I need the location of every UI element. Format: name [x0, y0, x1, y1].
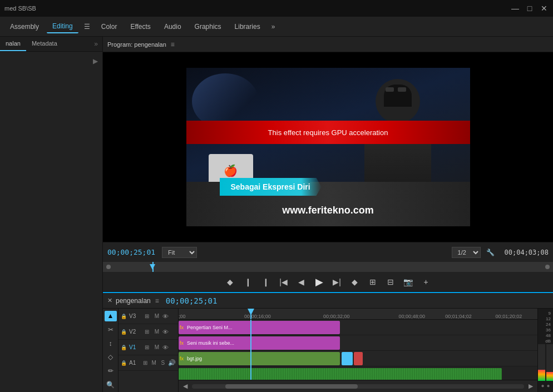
menu-item-editing[interactable]: Editing [47, 20, 78, 33]
track-mute-v2[interactable]: M [152, 329, 161, 335]
monitor-menu-icon[interactable]: ≡ [171, 41, 175, 48]
menu-more-button[interactable]: » [268, 21, 279, 33]
meter-label-9: 9 [538, 311, 553, 316]
timeline-zoom-out[interactable]: ◀ [183, 383, 187, 390]
meter-bar-left [538, 344, 545, 381]
step-forward-button[interactable]: ▶| [332, 277, 343, 286]
clip-v2-1[interactable]: fx Seni musik ini sebe... [179, 336, 340, 350]
track-label-a1: A1 [129, 360, 140, 366]
track-settings-v1[interactable]: ⊞ [142, 344, 151, 350]
meter-bars [538, 344, 553, 381]
slip-tool[interactable]: ◇ [105, 352, 117, 363]
timeline-section: ✕ pengenalan ≡ 00;00;25;01 ▲ ✂ ↕ ◇ ✏ 🔍 [103, 292, 553, 392]
meter-label-12: 12 [538, 316, 553, 321]
menu-item-libraries[interactable]: Libraries [229, 21, 266, 33]
zoom-tool[interactable]: 🔍 [105, 379, 117, 390]
timeline-tracks: fx Pengertian Seni M... fx Seni musik in… [179, 320, 537, 380]
fit-select[interactable]: Fit 25% 50% 100% [162, 247, 197, 258]
timeline-header: ✕ pengenalan ≡ 00;00;25;01 [103, 293, 553, 309]
track-solo-a1[interactable]: S [159, 360, 167, 366]
left-panel-more-icon[interactable]: » [90, 37, 102, 51]
track-lock-v1[interactable]: 🔒 [121, 345, 127, 350]
mark-out-button[interactable]: ◆ [349, 277, 361, 286]
track-mute-v3[interactable]: M [152, 313, 161, 319]
loop-button[interactable]: ⊞ [367, 277, 378, 286]
track-mute-a1[interactable]: M [150, 360, 158, 366]
clip-label-v2-1: Seni musik ini sebe... [185, 340, 236, 346]
timeline-sequence-name: pengenalan [116, 297, 151, 305]
marker-button-1[interactable]: ❙ [243, 277, 254, 286]
ripple-tool[interactable]: ↕ [105, 338, 117, 349]
close-button[interactable]: ✕ [540, 4, 549, 13]
clip-v1-2[interactable] [342, 352, 352, 365]
meter-label-db: dB [538, 339, 553, 344]
left-panel-content: ▶ [0, 52, 102, 392]
marker-button-2[interactable]: ❙ [260, 277, 271, 286]
progress-bar[interactable] [103, 262, 553, 272]
ruler-mark-4: 00;01;04;02 [445, 314, 472, 319]
timeline-scrollbar[interactable] [192, 384, 524, 389]
menu-item-graphics[interactable]: Graphics [189, 21, 227, 33]
track-settings-v3[interactable]: ⊞ [142, 313, 151, 319]
menu-item-color[interactable]: Color [96, 21, 123, 33]
add-button[interactable]: + [421, 277, 432, 286]
meter-left-btn[interactable]: ● [541, 383, 544, 389]
ruler-mark-1: 00;00;16;00 [244, 314, 271, 319]
clip-v1-3[interactable] [354, 352, 363, 365]
mark-in-button[interactable]: ◆ [225, 277, 236, 286]
timeline-body: ▲ ✂ ↕ ◇ ✏ 🔍 🔒 V3 ⊞ M 👁 [103, 309, 553, 392]
ruler-mark-5: 00;01;20;02 [496, 314, 522, 319]
tracks-playhead [250, 320, 251, 380]
track-headers: 🔒 V3 ⊞ M 👁 🔒 V2 ⊞ M 👁 [119, 309, 179, 392]
clip-a1-1[interactable] [179, 368, 502, 380]
timeline-track-v3: fx Pengertian Seni M... [179, 320, 537, 335]
menu-item-audio[interactable]: Audio [159, 21, 187, 33]
timeline-track-v2: fx Seni musik ini sebe... [179, 335, 537, 351]
menu-item-effects[interactable]: Effects [125, 21, 156, 33]
timeline-menu-icon[interactable]: ≡ [155, 297, 159, 305]
clip-v3-1[interactable]: fx Pengertian Seni M... [179, 321, 340, 334]
selection-tool[interactable]: ▲ [105, 311, 117, 321]
track-mute-v1[interactable]: M [152, 344, 161, 350]
razor-tool[interactable]: ✂ [105, 325, 117, 335]
rewind-button[interactable]: ◀ [296, 277, 307, 286]
menu-item-assembly[interactable]: Assembly [4, 21, 45, 33]
track-lock-v3[interactable]: 🔒 [121, 314, 127, 319]
timeline-track-a1 [179, 366, 537, 380]
timeline-close-button[interactable]: ✕ [107, 297, 112, 304]
clip-v1-1[interactable]: fx bgt.jpg [179, 352, 340, 365]
fx-badge-v1: fx [179, 356, 185, 361]
title-bar: med SB\SB — □ ✕ [0, 0, 553, 17]
left-panel-expand-icon[interactable]: ▶ [93, 57, 98, 65]
fx-badge-v3: fx [179, 325, 185, 330]
track-eye-v1[interactable]: 👁 [162, 344, 169, 351]
export-frame-button[interactable]: 📷 [403, 277, 414, 286]
left-panel: nalan Metadata » ▶ [0, 37, 103, 392]
track-eye-v2[interactable]: 👁 [162, 329, 169, 335]
track-settings-v2[interactable]: ⊞ [142, 329, 151, 335]
track-lock-v2[interactable]: 🔒 [121, 329, 127, 335]
meter-label-36: 36 [538, 328, 553, 333]
quality-select[interactable]: 1/2 Full 1/4 [452, 247, 481, 258]
editing-options-icon[interactable]: ☰ [81, 21, 93, 33]
timeline-timecode: 00;00;25;01 [166, 296, 218, 305]
left-tab-metadata[interactable]: Metadata [26, 37, 63, 51]
minimize-button[interactable]: — [511, 4, 520, 13]
track-eye-v3[interactable]: 👁 [162, 313, 169, 320]
timeline-zoom-in[interactable]: ▶ [529, 383, 533, 390]
track-lock-a1[interactable]: 🔒 [121, 360, 127, 366]
left-tab-nalan[interactable]: nalan [0, 37, 26, 51]
pen-tool[interactable]: ✏ [105, 366, 117, 376]
video-frame: 🍎 This effect requires GPU acceleration … [186, 68, 470, 226]
track-settings-a1[interactable]: ⊞ [141, 360, 149, 366]
play-button[interactable]: ▶ [314, 276, 325, 288]
maximize-button[interactable]: □ [525, 4, 534, 13]
track-volume-a1[interactable]: 🔊 [168, 359, 176, 366]
timeline-bottom-controls: ◀ ▶ [179, 380, 537, 392]
progress-handle[interactable] [150, 264, 155, 270]
track-header-v3: 🔒 V3 ⊞ M 👁 [119, 309, 178, 324]
settings-icon[interactable]: 🔧 [483, 249, 498, 256]
meter-right-btn[interactable]: ● [547, 383, 550, 389]
safe-margin-button[interactable]: ⊟ [385, 277, 396, 286]
step-back-button[interactable]: |◀ [278, 277, 289, 286]
